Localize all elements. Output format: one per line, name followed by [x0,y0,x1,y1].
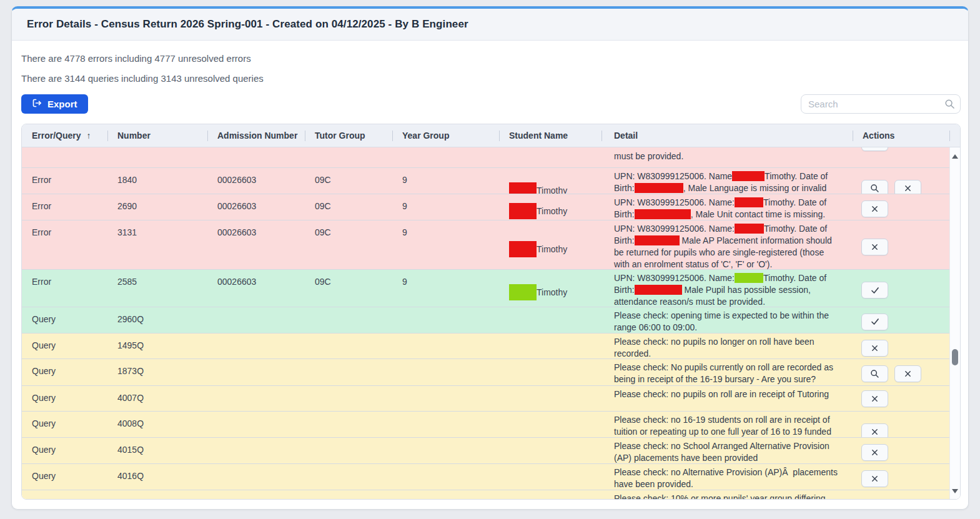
cell-year-group [392,464,499,490]
column-header-student-name[interactable]: Student Name [499,124,601,147]
cell-year-group [392,359,499,386]
cell-number: 2212Q [107,490,207,500]
cell-student-name: Timothy [499,270,601,307]
detail-redaction [732,171,765,181]
cell-tutor-group: 09C [305,220,392,270]
view-details-button[interactable] [861,180,888,194]
cell-year-group: 9 [392,220,499,270]
cell-student-name: Timothy [499,220,601,270]
dismiss-button[interactable] [894,365,921,382]
cell-error-query: Query [22,490,107,500]
scrollbar-thumb[interactable] [952,349,958,365]
cell-year-group: 9 [392,168,499,194]
table-row: Query4008QPlease check: no 16-19 student… [22,412,949,438]
cell-actions [853,168,949,194]
search-input[interactable] [801,94,961,114]
cell-number: 1873Q [107,359,207,386]
cell-student-name [499,307,601,334]
cell-actions [853,386,949,411]
column-header-tutor-group[interactable]: Tutor Group [305,124,392,147]
column-header-year-group[interactable]: Year Group [392,124,499,147]
cell-actions [853,147,949,167]
table-row: Query4007QPlease check: no pupils on rol… [22,386,949,412]
table-row: must be provided. [22,147,949,168]
cell-admission-number: 00026603 [207,168,305,194]
column-header-error-query[interactable]: Error/Query ↑ [22,124,107,147]
cell-error-query: Query [22,334,107,359]
dismiss-x-icon [904,185,911,192]
table-row: Error26900002660309C9TimothyUPN: W830999… [22,194,949,220]
column-header-number[interactable]: Number [107,124,207,147]
column-header-detail[interactable]: Detail [601,124,853,147]
cell-student-name [499,490,601,500]
scroll-up-arrow-icon[interactable] [952,154,958,159]
cell-number: 3131 [107,220,207,270]
dismiss-button[interactable] [861,390,888,407]
dismiss-button[interactable] [861,340,888,357]
student-name-redaction [509,284,537,300]
cell-detail: UPN: W830999125006. Name:Timothy. Date o… [601,194,853,220]
table-row: Error31310002660309C9TimothyUPN: W830999… [22,220,949,270]
cell-detail: Please check: no pupils on roll are in r… [601,386,853,411]
cell-tutor-group [305,334,392,359]
cell-student-name [499,334,601,359]
cell-number [107,147,207,167]
search-box [801,94,961,114]
resolve-button[interactable] [861,282,888,299]
cell-error-query: Query [22,307,107,334]
dismiss-button[interactable] [861,239,888,255]
table-row: Query2212QPlease check: 10% or more pupi… [22,490,949,500]
cell-number: 4016Q [107,464,207,490]
cell-error-query: Query [22,438,107,464]
dismiss-x-icon [871,449,878,456]
export-icon [32,98,42,110]
cell-tutor-group [305,307,392,334]
cell-actions [853,307,949,334]
magnifier-icon [870,369,879,378]
page-title: Error Details - Census Return 2026 Sprin… [27,18,953,31]
resolve-button[interactable] [861,314,888,330]
export-button[interactable]: Export [21,94,88,114]
cell-number: 2585 [107,270,207,307]
cell-detail: UPN: W830999125006. NameTimothy. Date of… [601,168,853,194]
table-scrollbar[interactable] [949,147,960,499]
cell-detail: UPN: W830999125006. Name:Timothy. Date o… [601,270,853,307]
toolbar: Export [21,94,961,114]
cell-student-name [499,147,601,167]
cell-student-name: Timothy [499,168,601,194]
view-details-button[interactable] [861,365,888,382]
queries-summary: There are 3144 queries including 3143 un… [21,73,961,84]
table-row: Query4015QPlease check: no School Arrang… [22,438,949,464]
dismiss-x-icon [904,370,911,377]
cell-year-group: 9 [392,194,499,220]
scroll-down-arrow-icon[interactable] [952,489,958,493]
table-row: Error18400002660309C9TimothyUPN: W830999… [22,168,949,194]
dismiss-button[interactable] [861,147,888,151]
student-name-text: Timothy [537,244,567,254]
dismiss-button[interactable] [861,470,888,487]
student-name-redaction [509,203,537,219]
table-body: must be provided.Error18400002660309C9Ti… [22,147,960,500]
cell-number: 4015Q [107,438,207,464]
cell-error-query: Query [22,412,107,438]
cell-detail: UPN: W830999125006. Name:Timothy. Date o… [601,220,853,270]
cell-number: 1495Q [107,334,207,359]
detail-redaction [635,285,682,295]
student-name-text: Timothy [537,206,567,216]
cell-actions [853,438,949,464]
dismiss-button[interactable] [861,423,888,438]
cell-detail: Please check: no 16-19 students on roll … [601,412,853,438]
cell-tutor-group [305,147,392,167]
dismiss-button[interactable] [894,180,921,194]
detail-redaction [735,273,763,283]
student-name-redaction [509,241,537,257]
cell-tutor-group [305,438,392,464]
column-header-admission-number[interactable]: Admission Number [207,124,305,147]
cell-student-name [499,464,601,490]
cell-error-query [22,147,107,167]
dismiss-button[interactable] [861,200,888,217]
dismiss-button[interactable] [861,444,888,461]
cell-actions [853,220,949,270]
cell-tutor-group [305,386,392,411]
cell-tutor-group [305,464,392,490]
